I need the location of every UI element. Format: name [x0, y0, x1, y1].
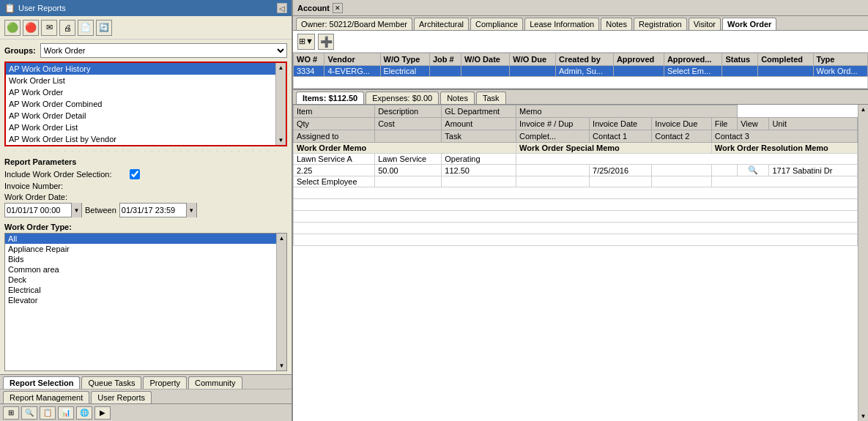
wo-date-from-arrow[interactable]: ▼: [71, 203, 81, 217]
wo-type-item[interactable]: Elevator: [5, 295, 276, 305]
tab-registration[interactable]: Registration: [634, 18, 687, 30]
email-btn[interactable]: ✉: [41, 20, 57, 36]
col-wo-type: W/O Type: [380, 53, 429, 66]
groups-select[interactable]: Work Order: [40, 43, 287, 58]
tab-expenses[interactable]: Expenses: $0.00: [366, 92, 439, 104]
items-col-task: Task: [442, 130, 516, 143]
items-col-description: Description: [375, 105, 442, 118]
tab-report-selection[interactable]: Report Selection: [3, 376, 80, 389]
tab-architectural[interactable]: Architectural: [414, 18, 469, 30]
print-btn[interactable]: 🖨: [59, 20, 75, 36]
wo-date-to-input[interactable]: [120, 206, 186, 215]
wo-date-to-arrow[interactable]: ▼: [186, 203, 196, 217]
tab-task[interactable]: Task: [476, 92, 506, 104]
items-col-cost: Cost: [375, 118, 442, 130]
account-close-btn[interactable]: ✕: [333, 3, 343, 13]
tab-queue-tasks[interactable]: Queue Tasks: [81, 376, 141, 389]
status-btn-2[interactable]: 🔍: [21, 406, 37, 420]
list-item[interactable]: AP Work Order History: [6, 63, 275, 75]
items-col-invoice-date: Invoice Date: [590, 118, 652, 130]
wo-type-item[interactable]: Electrical: [5, 285, 276, 295]
list-item[interactable]: AP Work Order: [6, 86, 275, 98]
wo-type-item[interactable]: All: [5, 234, 276, 244]
tab-compliance[interactable]: Compliance: [470, 18, 523, 30]
wo-type-list: All Appliance Repair Bids Common area De…: [5, 234, 276, 370]
wo-type-item[interactable]: Deck: [5, 275, 276, 285]
table-row-empty[interactable]: [294, 77, 868, 89]
include-wo-checkbox[interactable]: [130, 169, 140, 179]
wo-type-item[interactable]: Bids: [5, 254, 276, 264]
list-item[interactable]: Work Order List: [6, 75, 275, 86]
items-col-blank: [375, 130, 442, 143]
owner-tabs: Owner: 50212/Board Member Architectural …: [293, 16, 868, 31]
list-item[interactable]: AP Work Order List: [6, 122, 275, 133]
empty-row: [294, 211, 858, 223]
items-col-qty: Qty: [294, 118, 375, 130]
right-add-btn[interactable]: ➕: [318, 34, 334, 50]
tab-user-reports[interactable]: User Reports: [91, 391, 152, 403]
right-grid-btn[interactable]: ⊞▼: [297, 34, 315, 50]
account-bar: Account ✕: [293, 0, 868, 16]
status-bar: ⊞ 🔍 📋 📊 🌐 ▶: [0, 403, 292, 421]
export-btn[interactable]: 📄: [78, 20, 94, 36]
table-row[interactable]: 3334 4-EVERG... Electrical Admin, Su... …: [294, 66, 868, 77]
bottom-tabs: Items: $112.50 Expenses: $0.00 Notes Tas…: [293, 90, 868, 105]
left-toolbar: 🟢 🔴 ✉ 🖨 📄 🔄: [0, 16, 292, 40]
tab-items[interactable]: Items: $112.50: [296, 92, 364, 104]
tab-community[interactable]: Community: [188, 376, 242, 389]
report-list-container: AP Work Order History Work Order List AP…: [4, 62, 287, 146]
wo-type-item[interactable]: Common area: [5, 264, 276, 275]
status-btn-4[interactable]: 📊: [58, 406, 74, 420]
status-btn-5[interactable]: 🌐: [76, 406, 92, 420]
tab-row-2: Report Management User Reports: [0, 389, 292, 403]
wo-date-label: Work Order Date:: [4, 193, 287, 201]
items-col-assigned: Assigned to: [294, 130, 375, 143]
invoice-number-label: Invoice Number:: [4, 182, 63, 190]
wo-date-from-input[interactable]: [5, 206, 71, 215]
table-row[interactable]: Select Employee: [294, 176, 858, 187]
tab-work-order[interactable]: Work Order: [722, 18, 776, 30]
list-item[interactable]: AP Work Order Detail: [6, 110, 275, 122]
tab-visitor[interactable]: Visitor: [689, 18, 721, 30]
list-item[interactable]: AP Work Order Combined: [6, 98, 275, 110]
tab-report-management[interactable]: Report Management: [3, 391, 89, 403]
tab-owner[interactable]: Owner: 50212/Board Member: [296, 18, 412, 30]
table-row[interactable]: 2.25 50.00 112.50 7/25/2016 🔍 1717 Sabat…: [294, 165, 858, 176]
tab-property[interactable]: Property: [143, 376, 187, 389]
items-col-memo: Memo: [516, 105, 738, 118]
items-col-invoice-due: Invoice Due: [652, 118, 711, 130]
refresh-btn[interactable]: 🔄: [96, 20, 112, 36]
table-row[interactable]: Lawn Service A Lawn Service Operating: [294, 154, 858, 165]
items-table: Item Description GL Department Memo Qty …: [293, 105, 858, 246]
col-type: Type: [813, 53, 868, 66]
list-item[interactable]: AP Work Order List by Vendor: [6, 133, 275, 145]
tab-notes[interactable]: Notes: [440, 92, 475, 104]
empty-row: [294, 199, 858, 211]
wo-type-label: Work Order Type:: [4, 223, 287, 231]
groups-label: Groups:: [4, 46, 36, 55]
status-btn-6[interactable]: ▶: [94, 406, 111, 420]
items-scrollbar[interactable]: ▲ ▼: [858, 105, 868, 421]
col-approved: Approved: [613, 53, 664, 66]
col-approved2: Approved...: [664, 53, 722, 66]
minimize-icon[interactable]: ◁: [277, 3, 287, 13]
right-toolbar: ⊞▼ ➕: [293, 31, 868, 53]
status-btn-1[interactable]: ⊞: [3, 406, 19, 420]
add-btn[interactable]: 🟢: [4, 20, 21, 36]
col-wo-date: W/O Date: [461, 53, 510, 66]
wo-type-scrollbar[interactable]: ▲ ▼: [276, 234, 286, 370]
wo-type-item[interactable]: Appliance Repair: [5, 244, 276, 254]
status-btn-3[interactable]: 📋: [40, 406, 56, 420]
tab-lease-information[interactable]: Lease Information: [524, 18, 599, 30]
list-scrollbar[interactable]: ▲ ▼: [275, 63, 286, 145]
delete-btn[interactable]: 🔴: [23, 20, 39, 36]
empty-row: [294, 223, 858, 234]
wo-table: WO # Vendor W/O Type Job # W/O Date W/O …: [293, 53, 868, 89]
report-list: AP Work Order History Work Order List AP…: [6, 63, 275, 145]
items-col-contact2: Contact 2: [652, 130, 711, 143]
items-area: Item Description GL Department Memo Qty …: [293, 105, 868, 421]
wo-resolution-memo-label: Work Order Resolution Memo: [711, 143, 857, 154]
wo-table-container: WO # Vendor W/O Type Job # W/O Date W/O …: [293, 53, 868, 90]
tab-notes[interactable]: Notes: [601, 18, 632, 30]
wo-special-memo-label: Work Order Special Memo: [516, 143, 712, 154]
